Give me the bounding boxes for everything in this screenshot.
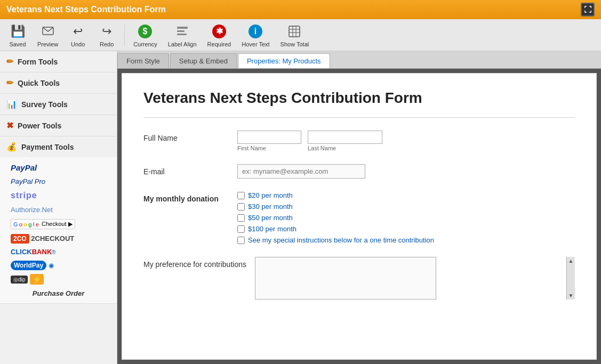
donation-row: My monthly donation $20 per month $30 pe… bbox=[143, 191, 575, 244]
power-tools-section: ✖ Power Tools bbox=[0, 115, 117, 136]
checkbox-50[interactable] bbox=[237, 214, 245, 222]
saved-label: Saved bbox=[9, 41, 26, 47]
redo-button[interactable]: ↪ Redo bbox=[93, 21, 120, 50]
first-name-input[interactable] bbox=[237, 131, 301, 144]
twocheckout-label: 2CHECKOUT bbox=[31, 234, 74, 242]
toolbar-separator-1 bbox=[124, 25, 125, 46]
dip-yellow: ⚡ bbox=[30, 274, 44, 285]
tab-bar: Form Style Setup & Embed Properties: My … bbox=[117, 51, 601, 69]
form-tools-icon: ✏ bbox=[6, 56, 13, 67]
last-name-sublabel: Last Name bbox=[308, 145, 382, 151]
svg-rect-4 bbox=[177, 30, 185, 32]
sidebar-item-quick-tools[interactable]: ✏ Quick Tools bbox=[0, 72, 117, 93]
dip-area: ◎dip ⚡ bbox=[0, 272, 117, 287]
label-align-icon bbox=[174, 23, 191, 40]
last-name-group: Last Name bbox=[308, 131, 382, 151]
tab-setup-embed[interactable]: Setup & Embed bbox=[170, 53, 237, 68]
dip-badge: ◎dip bbox=[11, 276, 28, 284]
expand-button[interactable]: ⛶ bbox=[581, 3, 595, 17]
donation-option-special[interactable]: See my special instructions below for a … bbox=[237, 236, 575, 244]
scrollbar-up[interactable]: ▲ bbox=[568, 258, 574, 264]
first-name-sublabel: First Name bbox=[237, 145, 301, 151]
payment-item-google-checkout[interactable]: Google Checkout ▶ bbox=[0, 216, 117, 232]
currency-label: Currency bbox=[133, 41, 157, 47]
payment-item-2checkout[interactable]: 2CO 2CHECKOUT bbox=[0, 232, 117, 245]
payment-tools-list: PayPal PayPal Pro stripe Authorize.Net G… bbox=[0, 157, 117, 303]
textarea-scrollbar: ▲ ▼ bbox=[566, 257, 575, 300]
payment-item-clickbank[interactable]: CLICKBANK® bbox=[0, 245, 117, 258]
quick-tools-section: ✏ Quick Tools bbox=[0, 72, 117, 94]
preview-button[interactable]: Preview bbox=[33, 21, 62, 50]
undo-label: Undo bbox=[71, 41, 85, 47]
show-total-button[interactable]: Show Total bbox=[276, 21, 314, 50]
main-layout: ✏ Form Tools ✏ Quick Tools 📊 Survey Tool… bbox=[0, 51, 601, 364]
content-area: Form Style Setup & Embed Properties: My … bbox=[117, 51, 601, 364]
form-title: Veterans Next Steps Contribution Form bbox=[143, 90, 575, 107]
payment-item-worldpay[interactable]: WorldPay ◉ bbox=[0, 258, 117, 272]
scrollbar-down[interactable]: ▼ bbox=[568, 293, 574, 298]
full-name-label: Full Name bbox=[143, 131, 229, 142]
checkbox-30[interactable] bbox=[237, 203, 245, 211]
required-button[interactable]: ✱ Required bbox=[203, 21, 236, 50]
title-bar: Veterans Next Steps Contribution Form ⛶ bbox=[0, 0, 601, 19]
sidebar: ✏ Form Tools ✏ Quick Tools 📊 Survey Tool… bbox=[0, 51, 117, 364]
survey-tools-icon: 📊 bbox=[6, 99, 17, 109]
email-controls bbox=[237, 164, 575, 179]
donation-option-2[interactable]: $30 per month bbox=[237, 203, 575, 211]
sidebar-item-survey-tools[interactable]: 📊 Survey Tools bbox=[0, 94, 117, 115]
donation-label-20: $20 per month bbox=[248, 191, 293, 199]
first-name-group: First Name bbox=[237, 131, 301, 151]
payment-item-stripe[interactable]: stripe bbox=[0, 188, 117, 203]
power-tools-icon: ✖ bbox=[6, 120, 13, 131]
show-total-icon bbox=[286, 23, 303, 40]
google-checkout-badge: Google Checkout ▶ bbox=[11, 219, 75, 229]
tab-properties[interactable]: Properties: My Products bbox=[238, 53, 330, 68]
payment-item-authorize-net[interactable]: Authorize.Net bbox=[0, 203, 117, 216]
purchase-order-label: Purchase Order bbox=[33, 289, 85, 297]
required-icon: ✱ bbox=[211, 23, 228, 40]
hover-text-button[interactable]: i Hover Text bbox=[237, 21, 274, 50]
svg-text:✱: ✱ bbox=[215, 27, 223, 36]
sidebar-item-power-tools[interactable]: ✖ Power Tools bbox=[0, 115, 117, 136]
preview-label: Preview bbox=[37, 41, 58, 47]
checkbox-20[interactable] bbox=[237, 192, 245, 199]
label-align-button[interactable]: Label Align bbox=[164, 21, 201, 50]
sidebar-item-form-tools[interactable]: ✏ Form Tools bbox=[0, 51, 117, 72]
checkbox-special[interactable] bbox=[237, 237, 245, 244]
email-label: E-mail bbox=[143, 164, 229, 176]
preference-row: My preference for contributions ▲ ▼ bbox=[143, 257, 575, 302]
payment-item-paypal[interactable]: PayPal bbox=[0, 160, 117, 175]
survey-tools-section: 📊 Survey Tools bbox=[0, 94, 117, 115]
donation-label-special: See my special instructions below for a … bbox=[248, 236, 434, 244]
svg-text:i: i bbox=[254, 27, 257, 36]
full-name-row: Full Name First Name Last Name bbox=[143, 131, 575, 151]
tab-form-style[interactable]: Form Style bbox=[117, 53, 169, 68]
saved-button[interactable]: 💾 Saved bbox=[4, 21, 31, 50]
2checkout-badge: 2CO bbox=[11, 234, 29, 244]
worldpay-badge: WorldPay bbox=[11, 261, 46, 270]
preference-textarea[interactable] bbox=[255, 257, 436, 300]
checkbox-100[interactable] bbox=[237, 225, 245, 233]
sidebar-item-payment-tools[interactable]: 💰 Payment Tools bbox=[0, 136, 117, 157]
donation-label-50: $50 per month bbox=[248, 214, 293, 222]
donation-option-4[interactable]: $100 per month bbox=[237, 225, 575, 233]
donation-option-1[interactable]: $20 per month bbox=[237, 191, 575, 199]
last-name-input[interactable] bbox=[308, 131, 382, 144]
payment-tools-section: 💰 Payment Tools PayPal PayPal Pro stripe… bbox=[0, 136, 117, 304]
undo-button[interactable]: ↩ Undo bbox=[65, 21, 91, 50]
donation-option-3[interactable]: $50 per month bbox=[237, 214, 575, 222]
email-input[interactable] bbox=[237, 164, 365, 179]
form-canvas: Veterans Next Steps Contribution Form Fu… bbox=[122, 73, 597, 360]
payment-item-paypal-pro[interactable]: PayPal Pro bbox=[0, 175, 117, 188]
email-row: E-mail bbox=[143, 164, 575, 179]
currency-button[interactable]: $ Currency bbox=[129, 21, 162, 50]
svg-rect-10 bbox=[289, 26, 300, 37]
textarea-wrapper: ▲ ▼ bbox=[255, 257, 575, 302]
show-total-label: Show Total bbox=[281, 41, 309, 47]
form-tools-label: Form Tools bbox=[18, 58, 58, 66]
worldpay-circle: ◉ bbox=[49, 262, 54, 269]
payment-item-purchase-order[interactable]: Purchase Order bbox=[0, 287, 117, 300]
quick-tools-icon: ✏ bbox=[6, 78, 13, 88]
paypal-label: PayPal bbox=[11, 163, 37, 172]
required-label: Required bbox=[207, 41, 231, 47]
